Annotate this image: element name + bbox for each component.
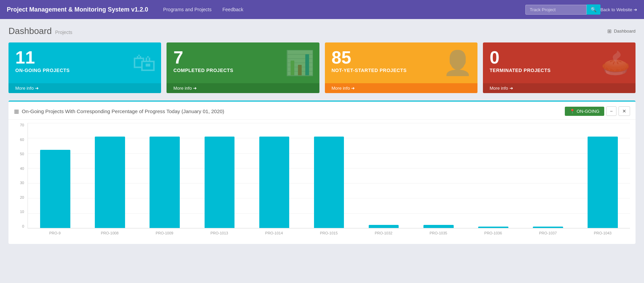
bar-group	[356, 123, 411, 228]
minimize-chart-button[interactable]: −	[606, 106, 616, 116]
bar-group	[521, 123, 575, 228]
x-labels: PRO-9PRO-1008PRO-1009PRO-1013PRO-1014PRO…	[28, 229, 630, 238]
stat-card-body-completed: 7 COMPLETED PROJECTS 📊	[167, 42, 319, 83]
bar-group	[466, 123, 521, 228]
app-brand: Project Management & Monitoring System v…	[7, 6, 148, 13]
bar-group	[247, 123, 301, 228]
y-label: 70	[20, 123, 24, 127]
search-button[interactable]: 🔍	[587, 4, 601, 15]
bar-PRO-1013[interactable]	[205, 137, 235, 228]
bar-group	[28, 123, 83, 228]
y-axis: 706050403020100	[14, 123, 26, 228]
nav-feedback[interactable]: Feedback	[218, 4, 248, 15]
y-label: 30	[20, 181, 24, 185]
navbar-search: 🔍	[525, 4, 601, 15]
bar-PRO-1009[interactable]	[150, 137, 180, 228]
bar-group	[301, 123, 356, 228]
stat-cards: 11 ON-GOING PROJECTS 🛍 More info ➜ 7 COM…	[8, 42, 636, 93]
stat-card-completed[interactable]: 7 COMPLETED PROJECTS 📊 More info ➜	[167, 42, 319, 93]
chart-title: ▦ On-Going Projects With Corresponding P…	[14, 108, 224, 114]
page-title: Dashboard	[8, 26, 52, 36]
stat-card-footer-completed[interactable]: More info ➜	[167, 83, 319, 93]
x-label: PRO-1036	[466, 229, 521, 238]
y-label: 60	[20, 138, 24, 142]
y-label: 0	[22, 224, 24, 228]
bar-group	[83, 123, 137, 228]
main-content: Dashboard Projects ⊞ Dashboard 11 ON-GOI…	[0, 19, 644, 251]
page-header: Dashboard Projects ⊞ Dashboard	[8, 26, 636, 36]
page-title-area: Dashboard Projects	[8, 26, 72, 36]
bar-PRO-1037[interactable]	[533, 227, 563, 228]
x-label: PRO-1032	[356, 229, 411, 238]
y-label: 40	[20, 166, 24, 171]
plot-area	[28, 123, 630, 228]
bar-group	[192, 123, 247, 228]
bar-group	[411, 123, 466, 228]
x-label: PRO-1014	[247, 229, 301, 238]
chart-area: 706050403020100PRO-9PRO-1008PRO-1009PRO-…	[14, 123, 630, 238]
x-label: PRO-1008	[82, 229, 137, 238]
stat-card-icon-completed: 📊	[285, 51, 314, 75]
y-label: 50	[20, 152, 24, 156]
nav-programs-projects[interactable]: Programs and Projects	[158, 4, 216, 15]
x-label: PRO-1035	[411, 229, 466, 238]
filter-ongoing-button[interactable]: 📍 ON-GOING	[565, 107, 604, 116]
grid-line	[28, 228, 630, 229]
chart-icon: ▦	[14, 108, 19, 114]
bar-PRO-1014[interactable]	[259, 137, 290, 228]
bar-PRO-1008[interactable]	[95, 137, 125, 228]
dashboard-icon: ⊞	[607, 28, 612, 34]
chart-title-text: On-Going Projects With Corresponding Per…	[22, 108, 224, 114]
breadcrumb-label: Dashboard	[614, 29, 636, 34]
bar-PRO-1015[interactable]	[314, 137, 344, 228]
x-label: PRO-1013	[192, 229, 247, 238]
back-to-website-link[interactable]: Back to Website ➜	[601, 7, 637, 12]
search-input[interactable]	[525, 5, 587, 15]
x-label: PRO-1043	[575, 229, 630, 238]
bar-PRO-1032[interactable]	[369, 225, 399, 228]
y-label: 20	[20, 195, 24, 199]
x-label: PRO-9	[28, 229, 82, 238]
stat-card-footer-not-started[interactable]: More info ➜	[325, 83, 477, 93]
bar-PRO-1043[interactable]	[588, 137, 618, 228]
chart-header: ▦ On-Going Projects With Corresponding P…	[8, 102, 636, 120]
close-chart-button[interactable]: ✕	[619, 106, 630, 116]
bar-group	[575, 123, 630, 228]
stat-card-icon-ongoing: 🛍	[132, 51, 156, 75]
stat-card-body-not-started: 85 NOT-YET-STARTED PROJECTS 👤	[325, 42, 477, 83]
navbar: Project Management & Monitoring System v…	[0, 0, 644, 19]
bar-PRO-9[interactable]	[40, 150, 70, 228]
breadcrumb: ⊞ Dashboard	[607, 28, 636, 34]
stat-card-body-ongoing: 11 ON-GOING PROJECTS 🛍	[8, 42, 161, 83]
x-label: PRO-1037	[521, 229, 575, 238]
y-label: 10	[20, 210, 24, 214]
stat-card-not-started[interactable]: 85 NOT-YET-STARTED PROJECTS 👤 More info …	[325, 42, 477, 93]
bar-PRO-1036[interactable]	[478, 227, 508, 228]
stat-card-footer-ongoing[interactable]: More info ➜	[8, 83, 161, 93]
chart-body: 706050403020100PRO-9PRO-1008PRO-1009PRO-…	[8, 120, 636, 244]
stat-card-icon-not-started: 👤	[443, 51, 472, 75]
stat-card-icon-terminated: 🥧	[601, 51, 630, 75]
x-label: PRO-1009	[137, 229, 192, 238]
navbar-links: Programs and Projects Feedback	[158, 4, 522, 15]
page-subtitle: Projects	[55, 30, 72, 35]
stat-card-body-terminated: 0 TERMINATED PROJECTS 🥧	[483, 42, 636, 83]
bar-PRO-1035[interactable]	[423, 225, 454, 228]
chart-section: ▦ On-Going Projects With Corresponding P…	[8, 101, 636, 244]
stat-card-ongoing[interactable]: 11 ON-GOING PROJECTS 🛍 More info ➜	[8, 42, 161, 93]
stat-card-footer-terminated[interactable]: More info ➜	[483, 83, 636, 93]
x-label: PRO-1015	[301, 229, 356, 238]
bar-group	[137, 123, 192, 228]
stat-card-terminated[interactable]: 0 TERMINATED PROJECTS 🥧 More info ➜	[483, 42, 636, 93]
chart-controls: 📍 ON-GOING − ✕	[565, 106, 630, 116]
